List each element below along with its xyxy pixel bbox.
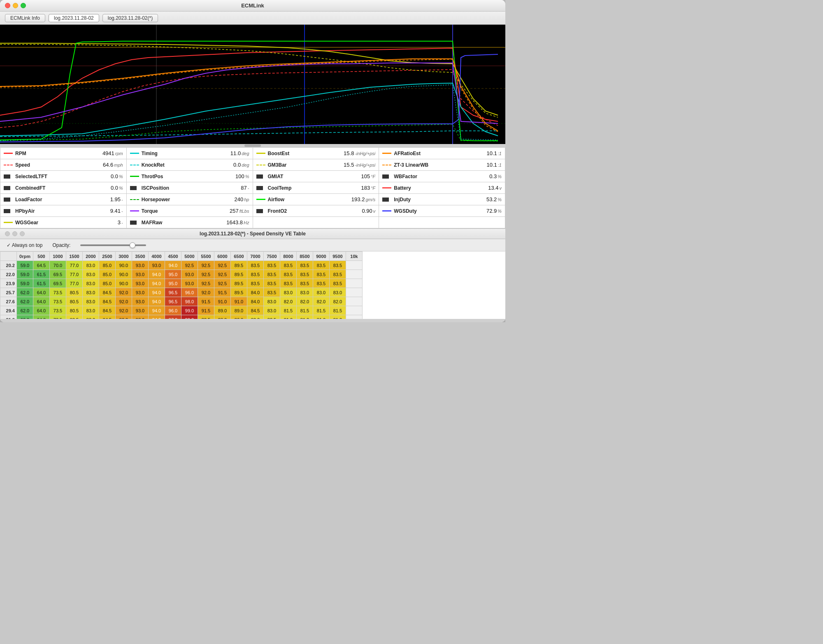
table-cell-r6-c9[interactable]: 97.0 bbox=[165, 315, 181, 319]
table-cell-r5-c18[interactable]: 81.5 bbox=[313, 306, 330, 315]
table-cell-r3-c11[interactable]: 92.0 bbox=[198, 288, 214, 297]
table-cell-r6-c16[interactable]: 81.0 bbox=[280, 315, 297, 319]
table-cell-r5-c3[interactable]: 80.5 bbox=[66, 306, 83, 315]
table-cell-r5-c4[interactable]: 83.0 bbox=[83, 306, 99, 315]
chart-scrollbar[interactable] bbox=[0, 144, 505, 147]
table-cell-r3-c18[interactable]: 83.0 bbox=[313, 288, 330, 297]
tab-active[interactable]: log.2023.11.28-02 bbox=[49, 14, 99, 22]
table-cell-r5-c20[interactable] bbox=[346, 306, 363, 315]
table-cell-r0-c14[interactable]: 83.5 bbox=[247, 261, 264, 270]
table-cell-r4-c7[interactable]: 93.0 bbox=[132, 297, 149, 306]
table-cell-r4-c4[interactable]: 83.0 bbox=[83, 297, 99, 306]
table-cell-r2-c8[interactable]: 94.0 bbox=[149, 279, 165, 288]
table-cell-r0-c4[interactable]: 83.0 bbox=[83, 261, 99, 270]
table-cell-r4-c3[interactable]: 80.5 bbox=[66, 297, 83, 306]
table-cell-r6-c18[interactable]: 81.0 bbox=[313, 315, 330, 319]
table-cell-r2-c3[interactable]: 77.0 bbox=[66, 279, 83, 288]
table-cell-r3-c12[interactable]: 91.5 bbox=[214, 288, 231, 297]
table-cell-r6-c1[interactable]: 64.0 bbox=[33, 315, 50, 319]
table-cell-r5-c5[interactable]: 84.5 bbox=[99, 306, 116, 315]
ecmlink-info-button[interactable]: ECMLink Info bbox=[5, 14, 45, 22]
table-cell-r0-c1[interactable]: 64.5 bbox=[33, 261, 50, 270]
table-cell-r4-c0[interactable]: 62.0 bbox=[17, 297, 33, 306]
table-cell-r1-c19[interactable]: 83.5 bbox=[330, 270, 346, 279]
table-cell-r0-c7[interactable]: 93.0 bbox=[132, 261, 149, 270]
table-cell-r4-c19[interactable]: 82.0 bbox=[330, 297, 346, 306]
table-cell-r4-c12[interactable]: 91.0 bbox=[214, 297, 231, 306]
table-cell-r5-c10[interactable]: 99.0 bbox=[181, 306, 198, 315]
table-cell-r2-c7[interactable]: 93.0 bbox=[132, 279, 149, 288]
table-cell-r0-c5[interactable]: 85.0 bbox=[99, 261, 116, 270]
table-cell-r3-c10[interactable]: 96.0 bbox=[181, 288, 198, 297]
table-cell-r3-c7[interactable]: 93.0 bbox=[132, 288, 149, 297]
table-cell-r2-c10[interactable]: 93.0 bbox=[181, 279, 198, 288]
table-cell-r3-c15[interactable]: 83.5 bbox=[264, 288, 280, 297]
table-cell-r4-c11[interactable]: 91.5 bbox=[198, 297, 214, 306]
table-cell-r3-c5[interactable]: 84.5 bbox=[99, 288, 116, 297]
table-cell-r2-c12[interactable]: 92.5 bbox=[214, 279, 231, 288]
table-cell-r3-c14[interactable]: 84.0 bbox=[247, 288, 264, 297]
table-cell-r0-c13[interactable]: 89.5 bbox=[231, 261, 247, 270]
table-cell-r2-c19[interactable]: 83.5 bbox=[330, 279, 346, 288]
table-cell-r3-c9[interactable]: 96.5 bbox=[165, 288, 181, 297]
table-cell-r0-c15[interactable]: 83.5 bbox=[264, 261, 280, 270]
table-cell-r1-c5[interactable]: 85.0 bbox=[99, 270, 116, 279]
opacity-slider[interactable] bbox=[80, 244, 146, 246]
table-cell-r1-c18[interactable]: 83.5 bbox=[313, 270, 330, 279]
table-cell-r5-c6[interactable]: 92.0 bbox=[116, 306, 132, 315]
table-cell-r0-c17[interactable]: 83.5 bbox=[297, 261, 313, 270]
minimize-button[interactable] bbox=[13, 3, 18, 8]
table-cell-r1-c16[interactable]: 83.5 bbox=[280, 270, 297, 279]
table-cell-r0-c11[interactable]: 92.5 bbox=[198, 261, 214, 270]
table-cell-r1-c7[interactable]: 93.0 bbox=[132, 270, 149, 279]
table-cell-r0-c10[interactable]: 92.5 bbox=[181, 261, 198, 270]
table-cell-r1-c20[interactable] bbox=[346, 270, 363, 279]
table-cell-r4-c1[interactable]: 64.0 bbox=[33, 297, 50, 306]
table-cell-r6-c20[interactable] bbox=[346, 315, 363, 319]
table-cell-r5-c14[interactable]: 84.5 bbox=[247, 306, 264, 315]
table-cell-r3-c3[interactable]: 80.5 bbox=[66, 288, 83, 297]
close-button[interactable] bbox=[5, 3, 10, 8]
table-cell-r0-c6[interactable]: 90.0 bbox=[116, 261, 132, 270]
chart-scrollbar-thumb[interactable] bbox=[244, 144, 261, 147]
table-cell-r6-c17[interactable]: 81.0 bbox=[297, 315, 313, 319]
table-cell-r2-c14[interactable]: 83.5 bbox=[247, 279, 264, 288]
table-cell-r3-c13[interactable]: 89.5 bbox=[231, 288, 247, 297]
table-cell-r6-c11[interactable]: 89.5 bbox=[198, 315, 214, 319]
table-cell-r4-c16[interactable]: 82.0 bbox=[280, 297, 297, 306]
table-cell-r5-c9[interactable]: 96.0 bbox=[165, 306, 181, 315]
table-cell-r5-c12[interactable]: 89.0 bbox=[214, 306, 231, 315]
bottom-scrollbar[interactable] bbox=[0, 319, 505, 322]
table-cell-r0-c18[interactable]: 83.5 bbox=[313, 261, 330, 270]
table-cell-r6-c13[interactable]: 86.0 bbox=[231, 315, 247, 319]
table-cell-r1-c0[interactable]: 59.0 bbox=[17, 270, 33, 279]
table-cell-r1-c4[interactable]: 83.0 bbox=[83, 270, 99, 279]
table-cell-r2-c18[interactable]: 83.5 bbox=[313, 279, 330, 288]
table-cell-r2-c4[interactable]: 83.0 bbox=[83, 279, 99, 288]
table-cell-r4-c5[interactable]: 84.5 bbox=[99, 297, 116, 306]
table-cell-r0-c16[interactable]: 83.5 bbox=[280, 261, 297, 270]
table-cell-r6-c8[interactable]: 94.0 bbox=[149, 315, 165, 319]
table-cell-r4-c8[interactable]: 94.0 bbox=[149, 297, 165, 306]
table-cell-r4-c20[interactable] bbox=[346, 297, 363, 306]
table-cell-r0-c0[interactable]: 59.0 bbox=[17, 261, 33, 270]
table-cell-r6-c7[interactable]: 93.0 bbox=[132, 315, 149, 319]
table-cell-r2-c9[interactable]: 95.0 bbox=[165, 279, 181, 288]
table-cell-r3-c6[interactable]: 92.0 bbox=[116, 288, 132, 297]
table-cell-r2-c6[interactable]: 90.0 bbox=[116, 279, 132, 288]
table-cell-r1-c6[interactable]: 90.0 bbox=[116, 270, 132, 279]
table-cell-r1-c11[interactable]: 92.5 bbox=[198, 270, 214, 279]
table-cell-r3-c2[interactable]: 73.5 bbox=[50, 288, 66, 297]
table-cell-r5-c8[interactable]: 94.0 bbox=[149, 306, 165, 315]
table-cell-r5-c13[interactable]: 89.0 bbox=[231, 306, 247, 315]
table-cell-r2-c0[interactable]: 59.0 bbox=[17, 279, 33, 288]
table-cell-r4-c6[interactable]: 92.0 bbox=[116, 297, 132, 306]
table-cell-r1-c9[interactable]: 95.0 bbox=[165, 270, 181, 279]
table-cell-r3-c0[interactable]: 62.0 bbox=[17, 288, 33, 297]
table-cell-r4-c17[interactable]: 82.0 bbox=[297, 297, 313, 306]
table-cell-r6-c6[interactable]: 92.0 bbox=[116, 315, 132, 319]
table-cell-r0-c9[interactable]: 94.0 bbox=[165, 261, 181, 270]
table-cell-r2-c1[interactable]: 61.5 bbox=[33, 279, 50, 288]
table-cell-r5-c19[interactable]: 81.5 bbox=[330, 306, 346, 315]
ve-table-container[interactable]: 0rpm500100015002000250030003500400045005… bbox=[0, 251, 505, 319]
